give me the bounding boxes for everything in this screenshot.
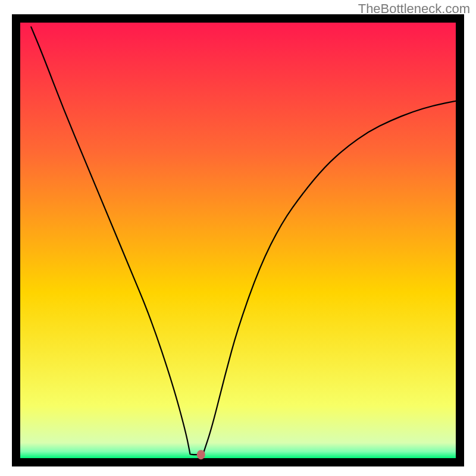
plot-area [12,14,464,466]
chart-container: TheBottleneck.com [0,0,476,476]
watermark-text: TheBottleneck.com [358,1,470,17]
chart-background-gradient [20,23,456,458]
chart-svg [12,14,464,466]
minimum-marker [197,450,205,459]
